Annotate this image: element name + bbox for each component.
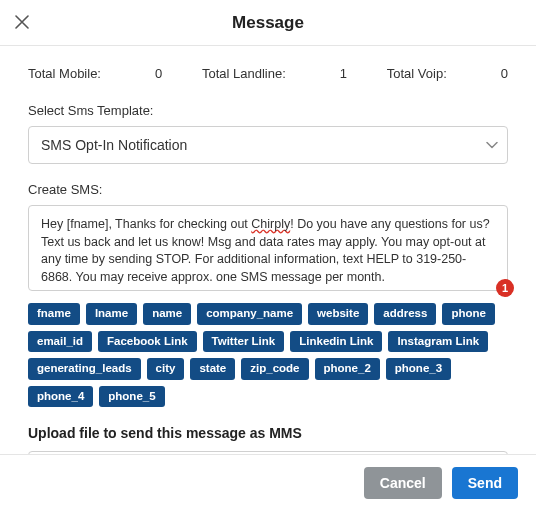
close-button[interactable] (8, 8, 36, 36)
merge-tag[interactable]: Linkedin Link (290, 331, 382, 353)
template-select-wrap: SMS Opt-In Notification (28, 126, 508, 164)
merge-tag[interactable]: company_name (197, 303, 302, 325)
merge-tag[interactable]: zip_code (241, 358, 308, 380)
total-voip: Total Voip: 0 (387, 66, 508, 81)
merge-tag[interactable]: phone (442, 303, 495, 325)
merge-tag[interactable]: name (143, 303, 191, 325)
message-modal: Message Total Mobile: 0 Total Landline: … (0, 0, 536, 510)
total-voip-value: 0 (501, 66, 508, 81)
merge-tag[interactable]: email_id (28, 331, 92, 353)
total-mobile: Total Mobile: 0 (28, 66, 162, 81)
merge-tag[interactable]: phone_5 (99, 386, 164, 408)
merge-tag[interactable]: lname (86, 303, 137, 325)
merge-tag[interactable]: Facebook Link (98, 331, 197, 353)
total-landline: Total Landline: 1 (202, 66, 347, 81)
template-selected-value: SMS Opt-In Notification (41, 137, 187, 153)
send-button[interactable]: Send (452, 467, 518, 499)
total-mobile-value: 0 (155, 66, 162, 81)
merge-tag[interactable]: city (147, 358, 185, 380)
total-voip-label: Total Voip: (387, 66, 447, 81)
total-mobile-label: Total Mobile: (28, 66, 101, 81)
template-select[interactable]: SMS Opt-In Notification (28, 126, 508, 164)
modal-header: Message (0, 0, 536, 46)
sms-textarea-wrap: Hey [fname], Thanks for checking out Chi… (28, 205, 508, 291)
merge-tag[interactable]: phone_4 (28, 386, 93, 408)
merge-tag[interactable]: fname (28, 303, 80, 325)
total-landline-label: Total Landline: (202, 66, 286, 81)
cancel-button[interactable]: Cancel (364, 467, 442, 499)
merge-tag[interactable]: phone_2 (315, 358, 380, 380)
totals-row: Total Mobile: 0 Total Landline: 1 Total … (28, 66, 508, 81)
merge-tag[interactable]: website (308, 303, 368, 325)
merge-tag[interactable]: state (190, 358, 235, 380)
sms-textarea[interactable]: Hey [fname], Thanks for checking out Chi… (28, 205, 508, 291)
spellcheck-word: Chirply (251, 217, 290, 231)
upload-label: Upload file to send this message as MMS (28, 425, 508, 441)
merge-tag[interactable]: phone_3 (386, 358, 451, 380)
merge-tag[interactable]: Instagram Link (388, 331, 488, 353)
modal-footer: Cancel Send (0, 454, 536, 510)
merge-tag[interactable]: generating_leads (28, 358, 141, 380)
total-landline-value: 1 (340, 66, 347, 81)
close-icon (15, 15, 29, 29)
merge-tag[interactable]: address (374, 303, 436, 325)
template-label: Select Sms Template: (28, 103, 508, 118)
modal-body: Total Mobile: 0 Total Landline: 1 Total … (0, 46, 536, 454)
merge-tag-row: fnamelnamenamecompany_namewebsiteaddress… (28, 303, 508, 407)
char-count-badge: 1 (496, 279, 514, 297)
modal-title: Message (0, 13, 536, 33)
merge-tag[interactable]: Twitter Link (203, 331, 285, 353)
create-sms-label: Create SMS: (28, 182, 508, 197)
